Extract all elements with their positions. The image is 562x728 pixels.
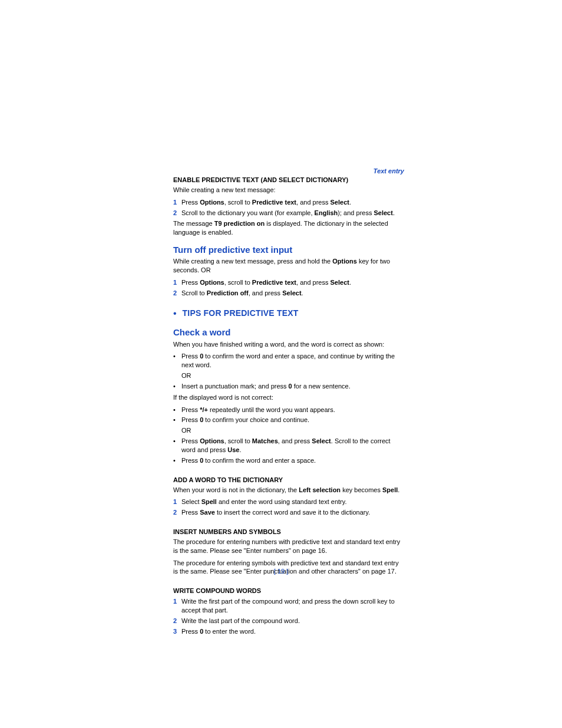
list-body: Insert a punctuation mark; and press 0 f… bbox=[181, 382, 404, 391]
heading-turn-off-predictive: Turn off predictive text input bbox=[173, 244, 404, 256]
list-body: Select Spell and enter the word using st… bbox=[181, 498, 404, 506]
list-item: 1 Select Spell and enter the word using … bbox=[173, 498, 404, 506]
list-number: 2 bbox=[173, 508, 181, 517]
list-item: • Press 0 to confirm the word and enter … bbox=[173, 352, 404, 370]
heading-compound-words: WRITE COMPOUND WORDS bbox=[173, 587, 404, 595]
section-heading-row: • TIPS FOR PREDICTIVE TEXT bbox=[173, 307, 404, 320]
list-item: 3 Press 0 to enter the word. bbox=[173, 627, 404, 636]
list-number: 2 bbox=[173, 289, 181, 298]
page-number: [ 19 ] bbox=[0, 568, 562, 575]
bullet-icon: • bbox=[173, 382, 181, 391]
list-number: 3 bbox=[173, 627, 181, 636]
ordered-list: 1 Select Spell and enter the word using … bbox=[173, 498, 404, 517]
list-body: Press 0 to confirm the word and enter a … bbox=[181, 352, 404, 370]
bullet-icon: • bbox=[173, 307, 177, 320]
list-item: • Press */+ repeatedly until the word yo… bbox=[173, 406, 404, 414]
list-item: • Press Options, scroll to Matches, and … bbox=[173, 437, 404, 454]
header-section-label: Text entry bbox=[373, 167, 404, 174]
heading-check-a-word: Check a word bbox=[173, 327, 404, 338]
list-item: 1 Press Options, scroll to Predictive te… bbox=[173, 198, 404, 207]
list-body: Press 0 to enter the word. bbox=[181, 627, 404, 636]
bullet-icon: • bbox=[173, 352, 181, 370]
bullet-icon: • bbox=[173, 406, 181, 414]
list-body: Scroll to the dictionary you want (for e… bbox=[181, 209, 404, 218]
document-page: Text entry ENABLE PREDICTIVE TEXT (AND S… bbox=[0, 0, 562, 728]
paragraph: The procedure for entering numbers with … bbox=[173, 538, 404, 555]
paragraph: While creating a new text message: bbox=[173, 186, 404, 195]
list-item: 2 Scroll to the dictionary you want (for… bbox=[173, 209, 404, 218]
paragraph: While creating a new text message, press… bbox=[173, 257, 404, 275]
bullet-list: • Press */+ repeatedly until the word yo… bbox=[173, 406, 404, 465]
list-number: 2 bbox=[173, 617, 181, 625]
list-body: Scroll to Prediction off, and press Sele… bbox=[181, 289, 404, 298]
list-body: Press Options, scroll to Predictive text… bbox=[181, 278, 404, 287]
list-number: 2 bbox=[173, 209, 181, 218]
paragraph: When your word is not in the dictionary,… bbox=[173, 486, 404, 495]
list-body: Press Save to insert the correct word an… bbox=[181, 508, 404, 517]
list-item: • Insert a punctuation mark; and press 0… bbox=[173, 382, 404, 391]
heading-add-word: ADD A WORD TO THE DICTIONARY bbox=[173, 476, 404, 485]
page-content: ENABLE PREDICTIVE TEXT (AND SELECT DICTI… bbox=[173, 176, 404, 635]
bullet-icon: • bbox=[173, 437, 181, 454]
or-text: OR bbox=[181, 371, 404, 380]
list-item: 2 Scroll to Prediction off, and press Se… bbox=[173, 289, 404, 298]
paragraph: The message T9 prediction on is displaye… bbox=[173, 219, 404, 237]
paragraph: If the displayed word is not correct: bbox=[173, 393, 404, 402]
ordered-list: 1 Press Options, scroll to Predictive te… bbox=[173, 198, 404, 218]
list-body: Press */+ repeatedly until the word you … bbox=[181, 406, 404, 414]
bullet-list: • Press 0 to confirm the word and enter … bbox=[173, 352, 404, 390]
list-body: Press Options, scroll to Predictive text… bbox=[181, 198, 404, 207]
paragraph: When you have finished writing a word, a… bbox=[173, 340, 404, 349]
heading-tips-predictive: TIPS FOR PREDICTIVE TEXT bbox=[183, 308, 299, 319]
ordered-list: 1 Press Options, scroll to Predictive te… bbox=[173, 278, 404, 298]
list-number: 1 bbox=[173, 278, 181, 287]
list-item: 2 Press Save to insert the correct word … bbox=[173, 508, 404, 517]
list-item: 2 Write the last part of the compound wo… bbox=[173, 617, 404, 625]
list-number: 1 bbox=[173, 597, 181, 615]
list-item: 1 Write the first part of the compound w… bbox=[173, 597, 404, 615]
list-body: Write the last part of the compound word… bbox=[181, 617, 404, 625]
heading-insert-numbers: INSERT NUMBERS AND SYMBOLS bbox=[173, 528, 404, 536]
list-number: 1 bbox=[173, 498, 181, 506]
ordered-list: 1 Write the first part of the compound w… bbox=[173, 597, 404, 635]
list-number: 1 bbox=[173, 198, 181, 207]
list-item: • Press 0 to confirm your choice and con… bbox=[173, 416, 404, 424]
list-item: • Press 0 to confirm the word and enter … bbox=[173, 456, 404, 465]
list-body: Press 0 to confirm your choice and conti… bbox=[181, 416, 404, 424]
list-body: Write the first part of the compound wor… bbox=[181, 597, 404, 615]
list-item: 1 Press Options, scroll to Predictive te… bbox=[173, 278, 404, 287]
bullet-icon: • bbox=[173, 456, 181, 465]
heading-enable-predictive: ENABLE PREDICTIVE TEXT (AND SELECT DICTI… bbox=[173, 176, 404, 185]
or-text: OR bbox=[181, 426, 404, 435]
list-body: Press 0 to confirm the word and enter a … bbox=[181, 456, 404, 465]
list-body: Press Options, scroll to Matches, and pr… bbox=[181, 437, 404, 454]
bullet-icon: • bbox=[173, 416, 181, 424]
